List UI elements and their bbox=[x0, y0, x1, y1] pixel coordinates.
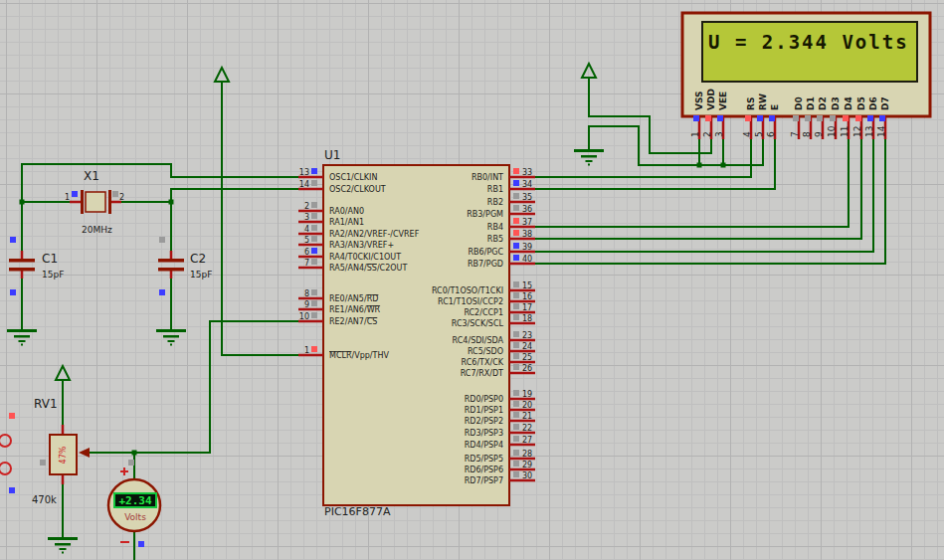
mcu-pin-label: RB4 bbox=[487, 223, 503, 232]
mcu-pin-number: 3 bbox=[304, 213, 309, 222]
mcu-pin-number: 40 bbox=[522, 255, 532, 264]
pin-state-indicator bbox=[311, 259, 317, 265]
pin-state-indicator bbox=[311, 202, 317, 208]
pin-state-indicator bbox=[843, 115, 849, 121]
pin-state-indicator bbox=[513, 193, 519, 199]
wire[interactable] bbox=[535, 139, 751, 177]
mcu-pin-label: RA2/AN2/VREF-/CVREF bbox=[329, 230, 420, 239]
mcu-pin-number: 1 bbox=[304, 346, 309, 355]
wire[interactable] bbox=[589, 126, 763, 165]
cap2-ref-label: C2 bbox=[190, 253, 206, 265]
capacitor-c2[interactable] bbox=[158, 268, 184, 272]
mcu-pin-number: 7 bbox=[304, 259, 309, 268]
pin-state-indicator bbox=[311, 289, 317, 295]
mcu-pin-number: 20 bbox=[522, 401, 532, 410]
pin-state-indicator bbox=[112, 191, 118, 197]
junction-dot bbox=[697, 163, 702, 168]
mcu-pin-number: 5 bbox=[304, 236, 309, 245]
power-terminal-icon[interactable] bbox=[582, 64, 596, 78]
crystal-x1[interactable] bbox=[81, 190, 84, 214]
pin-state-indicator bbox=[159, 237, 165, 243]
pin-state-indicator bbox=[311, 300, 317, 306]
pin-state-indicator bbox=[879, 115, 885, 121]
pin-state-indicator bbox=[513, 292, 519, 298]
pin-state-indicator bbox=[805, 115, 811, 121]
pin-state-indicator bbox=[311, 312, 317, 318]
ground-icon bbox=[62, 552, 64, 554]
mcu-part-label: PIC16F877A bbox=[324, 506, 390, 517]
lcd-pin-number: 6 bbox=[766, 131, 776, 137]
pin-state-indicator bbox=[693, 115, 699, 121]
wire[interactable] bbox=[90, 321, 298, 453]
crystal-value-label: 20MHz bbox=[82, 226, 112, 235]
ground-icon bbox=[168, 340, 175, 342]
power-terminal-icon[interactable] bbox=[56, 366, 70, 380]
mcu-pin-label: RD4/PSP4 bbox=[465, 441, 503, 450]
mcu-pin-label: RC7/RX/DT bbox=[461, 369, 503, 378]
mcu-pin-label: RC0/T1OSO/T1CKI bbox=[432, 286, 503, 295]
mcu-pin-number: 17 bbox=[522, 303, 532, 312]
pin-state-indicator bbox=[769, 115, 775, 121]
lcd-pin-name-label: RW bbox=[758, 93, 768, 110]
mcu-pin-label: OSC2/CLKOUT bbox=[329, 185, 386, 194]
pin-state-indicator bbox=[513, 331, 519, 337]
pin-state-indicator bbox=[793, 115, 799, 121]
mcu-pin-label: RD7/PSP7 bbox=[465, 476, 503, 485]
pot-value-label: 470k bbox=[32, 495, 57, 505]
voltmeter-unit-label: Volts bbox=[113, 512, 157, 522]
pin-state-indicator bbox=[745, 115, 751, 121]
pin-state-indicator bbox=[867, 115, 873, 121]
capacitor-c2[interactable] bbox=[158, 259, 184, 263]
wire[interactable] bbox=[535, 139, 885, 264]
mcu-pin-number: 26 bbox=[522, 364, 532, 373]
mcu-pin-number: 16 bbox=[522, 292, 532, 301]
crystal-x1[interactable] bbox=[86, 192, 105, 212]
pin-state-indicator bbox=[513, 353, 519, 359]
wire[interactable] bbox=[222, 82, 298, 355]
lcd-pin-name-label: D0 bbox=[794, 96, 804, 110]
mcu-pin-label: RA3/AN3/VREF+ bbox=[329, 241, 394, 250]
mcu-pin-label: RC6/TX/CK bbox=[462, 358, 504, 367]
wire[interactable] bbox=[171, 189, 298, 251]
mcu-pin-number: 25 bbox=[522, 353, 532, 362]
ground-icon bbox=[581, 155, 597, 158]
lcd-pin-number: 3 bbox=[714, 131, 724, 137]
pot-increase-button[interactable] bbox=[0, 435, 11, 447]
ground-icon[interactable] bbox=[7, 329, 37, 332]
ground-icon bbox=[55, 543, 71, 546]
ground-icon bbox=[19, 340, 26, 342]
mcu-pin-label: RC4/SDI/SDA bbox=[453, 336, 504, 345]
pin-state-indicator bbox=[757, 115, 763, 121]
pin-state-indicator bbox=[513, 255, 519, 261]
power-terminal-icon[interactable] bbox=[215, 68, 229, 82]
lcd-pin-name-label: VSS bbox=[694, 91, 704, 110]
mcu-pin-label: RC5/SDO bbox=[468, 347, 503, 356]
pin-state-indicator bbox=[10, 289, 16, 295]
capacitor-c1[interactable] bbox=[9, 259, 35, 263]
schematic-svg[interactable]: 1213OSC1/CLKIN14OSC2/CLKOUT2RA0/AN03RA1/… bbox=[0, 0, 944, 560]
pin-state-indicator bbox=[513, 450, 519, 456]
mcu-pin-number: 9 bbox=[304, 300, 309, 309]
crystal-x1[interactable] bbox=[108, 190, 111, 214]
mcu-pin-label: RB0/INT bbox=[472, 173, 503, 182]
ground-icon bbox=[170, 344, 172, 346]
mcu-pin-number: 6 bbox=[304, 248, 309, 257]
pin-state-indicator bbox=[9, 413, 15, 419]
ground-icon[interactable] bbox=[48, 537, 78, 540]
pin-state-indicator bbox=[159, 289, 165, 295]
pin-state-indicator bbox=[311, 225, 317, 231]
pin-state-indicator bbox=[717, 115, 723, 121]
mcu-pin-number: 2 bbox=[304, 202, 309, 211]
lcd-pin-name-label: D6 bbox=[868, 96, 878, 110]
ground-icon[interactable] bbox=[156, 329, 186, 332]
pin-state-indicator bbox=[513, 412, 519, 418]
ground-icon[interactable] bbox=[574, 149, 604, 152]
capacitor-c1[interactable] bbox=[9, 268, 35, 272]
schematic-canvas[interactable]: 1213OSC1/CLKIN14OSC2/CLKOUT2RA0/AN03RA1/… bbox=[0, 0, 944, 560]
cap2-value-label: 15pF bbox=[190, 271, 212, 280]
pin-state-indicator bbox=[513, 436, 519, 442]
pin-state-indicator bbox=[513, 281, 519, 287]
pot-decrease-button[interactable] bbox=[0, 463, 11, 474]
pin-state-indicator bbox=[513, 303, 519, 309]
mcu-pin-number: 30 bbox=[522, 471, 532, 480]
